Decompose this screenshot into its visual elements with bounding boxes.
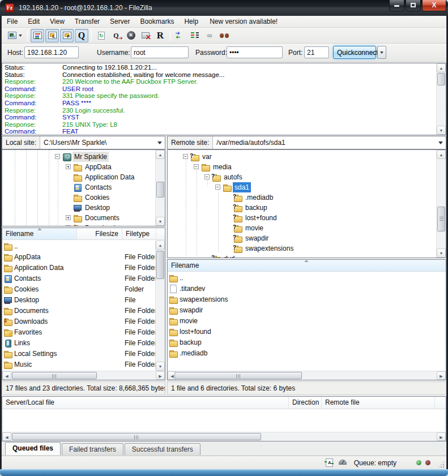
file-row-links[interactable]: LinksFile Folder: [2, 337, 155, 348]
tree-item-lost-found[interactable]: ?lost+found: [168, 213, 436, 223]
remote-site-combobox[interactable]: /var/media/autofs/sda1: [213, 136, 446, 149]
menu-item-edit[interactable]: Edit: [23, 16, 45, 27]
remote-tree-scrollbar-thumb[interactable]: [437, 207, 445, 231]
local-tree-vertical-scrollbar[interactable]: ▲ ▼: [155, 150, 165, 226]
log-vertical-scrollbar[interactable]: ▲ ▼: [436, 63, 446, 135]
tree-item-appdata[interactable]: +AppData: [2, 162, 155, 172]
tree-item-swapextensions[interactable]: ?swapextensions: [168, 243, 436, 254]
file-row--[interactable]: ..: [2, 241, 155, 251]
process-queue-button[interactable]: Q➔: [109, 29, 123, 42]
column-header-remote-file[interactable]: Remote file: [322, 397, 435, 409]
port-input[interactable]: [304, 46, 329, 58]
quickconnect-dropdown-button[interactable]: [377, 46, 386, 59]
resize-grip[interactable]: [438, 462, 444, 468]
tree-item--mediadb[interactable]: ?.mediadb: [168, 192, 436, 203]
menu-item-new-version-available-[interactable]: New version available!: [204, 16, 283, 27]
file-row--[interactable]: ..: [168, 272, 445, 283]
column-header-filetype[interactable]: Filetype: [122, 228, 156, 239]
scroll-right-arrow[interactable]: ▶: [437, 371, 446, 380]
scroll-left-arrow[interactable]: ◀: [2, 432, 11, 441]
host-input[interactable]: [24, 46, 79, 58]
tree-item-backup[interactable]: ?backup: [168, 203, 436, 213]
file-row-music[interactable]: MusicFile Folder: [2, 359, 155, 370]
cancel-button[interactable]: ✕: [124, 29, 138, 42]
scroll-right-arrow[interactable]: ▶: [437, 432, 446, 441]
refresh-button[interactable]: [95, 29, 108, 42]
tab-successful-transfers[interactable]: Successful transfers: [125, 443, 200, 455]
tab-failed-transfers[interactable]: Failed transfers: [62, 443, 123, 455]
quickconnect-button[interactable]: Quickconnect: [333, 46, 376, 59]
remote-list-hscroll-thumb[interactable]: [174, 372, 302, 379]
tree-item-documents[interactable]: +Documents: [2, 213, 155, 223]
menu-item-bookmarks[interactable]: Bookmarks: [135, 16, 179, 27]
local-list-horizontal-scrollbar[interactable]: ◀ ▶: [2, 371, 165, 380]
scroll-down-arrow[interactable]: ▼: [156, 217, 165, 226]
expand-toggle-icon[interactable]: +: [66, 164, 71, 169]
scroll-up-arrow[interactable]: ▲: [437, 150, 446, 159]
scroll-right-arrow[interactable]: ▶: [156, 371, 165, 380]
menu-item-view[interactable]: View: [45, 16, 70, 27]
speed-limits-button[interactable]: ∞: [203, 29, 216, 42]
collapse-toggle-icon[interactable]: −: [183, 154, 188, 159]
tree-item-media[interactable]: −media: [168, 162, 436, 172]
file-row-local-settings[interactable]: Local SettingsFile Folder: [2, 348, 155, 359]
tree-item-application-data[interactable]: Application Data: [2, 172, 155, 182]
file-row-appdata[interactable]: AppDataFile Folder: [2, 251, 155, 262]
expand-toggle-icon[interactable]: +: [66, 215, 71, 220]
tree-item-cookies[interactable]: Cookies: [2, 192, 155, 203]
column-header-filename[interactable]: Filename: [168, 260, 446, 271]
tree-item-autofs[interactable]: −?autofs: [168, 172, 436, 182]
tree-item-var[interactable]: −?var: [168, 152, 436, 162]
scroll-left-arrow[interactable]: ◀: [2, 371, 11, 380]
column-header-filename[interactable]: Filename: [2, 228, 77, 239]
queue-horizontal-scrollbar[interactable]: ◀ ▶: [2, 432, 446, 441]
scroll-up-arrow[interactable]: ▲: [156, 241, 165, 250]
tree-item-contacts[interactable]: Contacts: [2, 182, 155, 192]
queue-hscroll-thumb[interactable]: [12, 433, 261, 440]
disconnect-button[interactable]: ✕: [139, 29, 152, 42]
local-site-combobox[interactable]: C:\Users\Mr Sparkle\: [40, 136, 165, 149]
remote-tree-vertical-scrollbar[interactable]: ▲ ▼: [436, 150, 446, 258]
tree-item-dvd[interactable]: ?dvd: [168, 254, 436, 258]
tree-item-swapdir[interactable]: ?swapdir: [168, 233, 436, 243]
collapse-toggle-icon[interactable]: −: [55, 154, 60, 159]
reconnect-button[interactable]: R: [153, 29, 167, 42]
username-input[interactable]: [131, 46, 189, 58]
file-row-desktop[interactable]: DesktopFile: [2, 294, 155, 305]
file-row-swapextensions[interactable]: swapextensions: [168, 294, 445, 305]
file-row--mediadb[interactable]: .mediadb: [168, 348, 445, 358]
toggle-remote-tree-button[interactable]: F: [60, 29, 74, 42]
tree-item-downloads[interactable]: +↓Downloads: [2, 223, 155, 226]
filter-button[interactable]: [217, 29, 231, 42]
file-row-movie[interactable]: movie: [168, 315, 445, 326]
tree-item-mr-sparkle[interactable]: −Mr Sparkle: [2, 152, 155, 162]
close-button[interactable]: X: [422, 0, 446, 11]
scroll-up-arrow[interactable]: ▲: [156, 150, 165, 159]
column-header-direction[interactable]: Direction: [289, 397, 322, 409]
expand-toggle-icon[interactable]: +: [66, 225, 71, 226]
tab-queued-files[interactable]: Queued files: [5, 442, 61, 455]
file-row-swapdir[interactable]: swapdir: [168, 305, 445, 315]
log-scrollbar-thumb[interactable]: [437, 73, 445, 85]
title-bar[interactable]: Fz 192.168.1.20 - root@192.168.1.20 - Fi…: [0, 0, 448, 16]
toggle-queue-button[interactable]: Q: [75, 29, 88, 42]
site-manager-button[interactable]: [5, 29, 24, 42]
local-list-scrollbar-thumb[interactable]: [156, 251, 164, 279]
menu-item-server[interactable]: Server: [105, 16, 135, 27]
tree-item-desktop[interactable]: Desktop: [2, 203, 155, 213]
scroll-down-arrow[interactable]: ▼: [437, 248, 446, 258]
synchronized-browsing-button[interactable]: [188, 29, 202, 42]
tree-item-movie[interactable]: ?movie: [168, 223, 436, 233]
password-input[interactable]: [227, 46, 283, 58]
tree-item-sda1[interactable]: −sda1: [168, 182, 436, 192]
file-row-documents[interactable]: DocumentsFile Folder: [2, 305, 155, 316]
file-row-cookies[interactable]: CookiesFolder: [2, 284, 155, 294]
column-header-server-local-file[interactable]: Server/Local file: [2, 397, 289, 409]
local-list-vertical-scrollbar[interactable]: ▲ ▼: [155, 241, 165, 371]
maximize-button[interactable]: [406, 0, 421, 11]
column-header-filesize[interactable]: Filesize: [77, 228, 122, 239]
file-row-backup[interactable]: backup: [168, 337, 445, 348]
collapse-toggle-icon[interactable]: −: [215, 185, 220, 190]
file-row-contacts[interactable]: ContactsFile Folder: [2, 273, 155, 284]
file-row--titandev[interactable]: .titandev: [168, 283, 445, 294]
